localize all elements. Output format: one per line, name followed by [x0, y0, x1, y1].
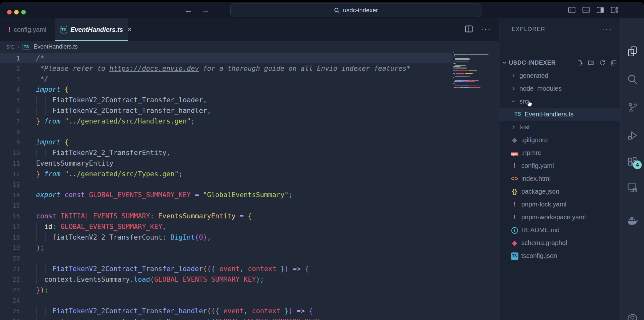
tree-item-pnpm-lock-yaml[interactable]: !pnpm-lock.yaml [499, 198, 620, 211]
tree-item-eventhandlers-ts[interactable]: TSEventHandlers.ts [499, 108, 620, 121]
split-editor-icon[interactable] [464, 24, 474, 34]
tree-item-node-modules[interactable]: ›node_modules [499, 82, 620, 95]
line-number[interactable]: 18 [0, 232, 20, 243]
new-file-icon[interactable] [577, 59, 583, 66]
tree-item-package-json[interactable]: {}package.json [499, 185, 620, 198]
code-line[interactable]: 10 FiatTokenV2_2_TransferEntity, [0, 148, 499, 158]
line-number[interactable]: 19 [0, 242, 20, 253]
code-line[interactable]: 12} from "../generated/src/Types.gen"; [0, 169, 499, 179]
line-number[interactable]: 13 [0, 179, 20, 190]
tree-item-readme-md[interactable]: iREADME.md [499, 224, 620, 236]
code-line[interactable]: 16const INITIAL_EVENTS_SUMMARY: EventsSu… [0, 211, 499, 222]
activity-remote-explorer-icon[interactable] [620, 178, 644, 197]
line-number[interactable]: 17 [0, 222, 20, 232]
code-line[interactable]: 6 FiatTokenV2_2Contract_Transfer_handler… [0, 105, 499, 116]
code-line[interactable]: 5 FiatTokenV2_2Contract_Transfer_loader, [0, 95, 499, 105]
breadcrumb-file[interactable]: EventHandlers.ts [33, 43, 78, 50]
code-line[interactable]: 1/* [0, 53, 452, 63]
tree-item-pnpm-workspace-yaml[interactable]: !pnpm-workspace.yaml [499, 211, 620, 224]
activity-explorer-icon[interactable] [620, 41, 644, 61]
chevron-right-icon[interactable]: › [510, 84, 517, 93]
code-line[interactable]: 23}); [0, 285, 499, 296]
code-line[interactable]: 7} from "../generated/src/Handlers.gen"; [0, 116, 499, 127]
project-root-row[interactable]: › USDC-INDEXER [503, 56, 617, 69]
code-line[interactable]: 25 FiatTokenV2_2Contract_Transfer_handle… [0, 306, 499, 316]
line-number[interactable]: 5 [0, 95, 20, 105]
nav-back-icon[interactable]: ← [184, 5, 193, 15]
line-number[interactable]: 8 [0, 127, 20, 137]
activity-run-debug-icon[interactable] [620, 126, 644, 145]
code-editor[interactable]: 1/*2 *Please refer to https://docs.envio… [0, 53, 499, 320]
line-number[interactable]: 6 [0, 105, 20, 116]
code-line[interactable]: 26 const summary = context.EventsSummary… [0, 316, 499, 320]
line-number[interactable]: 3 [0, 74, 20, 85]
line-number[interactable]: 12 [0, 169, 20, 179]
chevron-right-icon[interactable]: › [510, 71, 517, 80]
command-center-search[interactable]: usdc-indexer [230, 4, 481, 17]
code-line[interactable]: 22 context.EventsSummary.load(GLOBAL_EVE… [0, 274, 499, 285]
chevron-right-icon[interactable]: › [510, 123, 517, 131]
line-number[interactable]: 26 [0, 316, 20, 320]
line-number[interactable]: 15 [0, 200, 20, 211]
activity-source-control-icon[interactable] [620, 98, 644, 117]
code-line[interactable]: 15 [0, 200, 499, 211]
code-line[interactable]: 3 */ [0, 74, 499, 85]
code-line[interactable]: 14export const GLOBAL_EVENTS_SUMMARY_KEY… [0, 190, 499, 200]
line-number[interactable]: 16 [0, 211, 20, 222]
line-number[interactable]: 21 [0, 264, 20, 274]
close-window-button[interactable] [7, 10, 12, 14]
code-line[interactable]: 20 [0, 253, 499, 264]
line-number[interactable]: 7 [0, 116, 20, 127]
line-number[interactable]: 10 [0, 148, 20, 158]
collapse-folders-icon[interactable] [611, 59, 617, 66]
code-line[interactable]: 18 fiatTokenV2_2_TransferCount: BigInt(0… [0, 232, 499, 243]
toggle-primary-sidebar-icon[interactable] [567, 5, 576, 14]
line-number[interactable]: 20 [0, 253, 20, 264]
line-number[interactable]: 23 [0, 285, 20, 296]
minimap[interactable] [453, 52, 492, 90]
line-number[interactable]: 4 [0, 84, 20, 95]
tree-item-src[interactable]: ›src [499, 95, 620, 108]
toggle-panel-icon[interactable] [582, 5, 591, 14]
customize-layout-icon[interactable] [610, 5, 619, 14]
zoom-window-button[interactable] [21, 10, 26, 14]
tree-item--gitignore[interactable]: ◆.gitignore [499, 133, 620, 146]
tab-eventhandlers-ts[interactable]: TS EventHandlers.ts × [55, 18, 128, 41]
editor-more-actions-icon[interactable]: ··· [481, 24, 491, 33]
activity-account-icon[interactable] [620, 309, 644, 320]
code-line[interactable]: 9import { [0, 137, 499, 148]
refresh-icon[interactable] [599, 59, 606, 66]
line-number[interactable]: 14 [0, 190, 20, 200]
tree-item-schema-graphql[interactable]: ◈schema.graphql [499, 236, 620, 249]
minimize-window-button[interactable] [14, 10, 19, 14]
tree-item--npmrc[interactable]: npm.npmrc [499, 146, 620, 159]
line-number[interactable]: 22 [0, 274, 20, 285]
code-line[interactable]: 17 id: GLOBAL_EVENTS_SUMMARY_KEY, [0, 222, 499, 232]
explorer-more-actions-icon[interactable]: ··· [602, 25, 612, 34]
tree-item-test[interactable]: ›test [499, 121, 620, 133]
new-folder-icon[interactable] [588, 59, 594, 66]
code-line[interactable]: 24 [0, 295, 499, 306]
line-number[interactable]: 25 [0, 306, 20, 316]
code-line[interactable]: 13 [0, 179, 499, 190]
chevron-down-icon[interactable]: › [509, 97, 518, 105]
tree-item-generated[interactable]: ›generated [499, 69, 620, 82]
line-number[interactable]: 11 [0, 158, 20, 169]
tree-item-index-html[interactable]: <>index.html [499, 172, 620, 185]
code-line[interactable]: 2 *Please refer to https://docs.envio.de… [0, 63, 499, 74]
activity-docker-icon[interactable] [620, 211, 644, 230]
code-line[interactable]: 11EventsSummaryEntity [0, 158, 499, 169]
close-tab-icon[interactable]: × [128, 25, 132, 34]
line-number[interactable]: 24 [0, 295, 20, 306]
nav-forward-icon[interactable]: → [201, 5, 210, 15]
code-line[interactable]: 4import { [0, 84, 499, 95]
tree-item-tsconfig-json[interactable]: TStsconfig.json [499, 249, 620, 262]
tree-item-config-yaml[interactable]: !config.yaml [499, 159, 620, 172]
activity-search-icon[interactable] [620, 69, 644, 89]
breadcrumb-folder[interactable]: src [6, 43, 14, 50]
line-number[interactable]: 9 [0, 137, 20, 148]
line-number[interactable]: 1 [0, 53, 20, 64]
toggle-secondary-sidebar-icon[interactable] [596, 5, 605, 14]
code-line[interactable]: 8 [0, 127, 499, 137]
tab-config-yaml[interactable]: ! config.yaml [3, 18, 52, 41]
